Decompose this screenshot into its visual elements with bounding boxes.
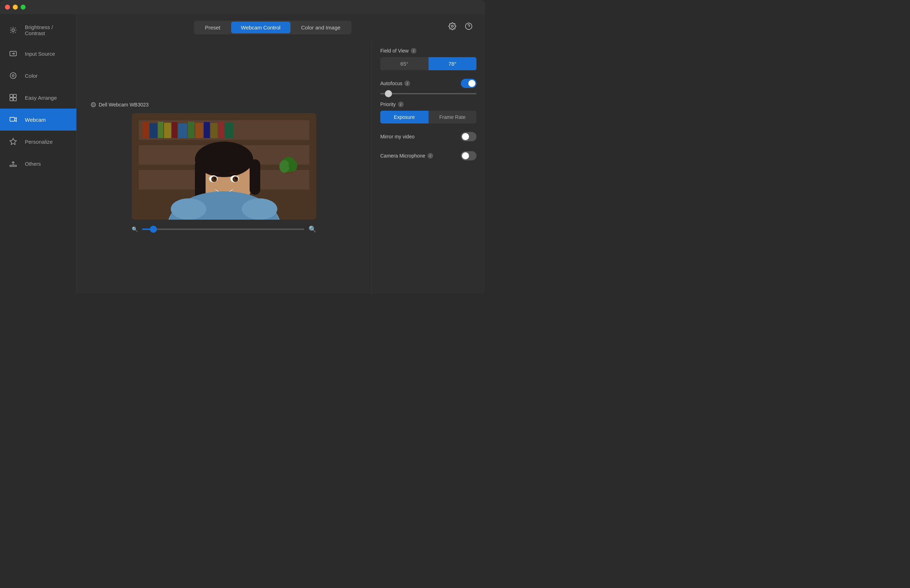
camera-panel: Dell Webcam WB3023	[77, 41, 371, 294]
sun-icon	[8, 26, 18, 35]
svg-rect-19	[10, 165, 16, 167]
svg-point-56	[214, 178, 216, 179]
sidebar-label-webcam: Webcam	[25, 117, 46, 123]
input-icon	[8, 49, 18, 58]
sidebar-item-personalize[interactable]: Personalize	[0, 131, 76, 153]
svg-rect-16	[10, 118, 15, 121]
svg-point-44	[289, 160, 297, 171]
zoom-slider[interactable]	[142, 229, 304, 230]
mirror-toggle-thumb	[462, 133, 469, 140]
svg-rect-39	[219, 122, 224, 138]
top-right-icons	[447, 21, 474, 32]
fov-78-button[interactable]: 78°	[429, 57, 477, 70]
zoom-out-icon: 🔍	[132, 226, 138, 232]
sidebar-label-easy-arrange: Easy Arrange	[25, 95, 57, 101]
svg-point-59	[171, 199, 206, 220]
svg-rect-40	[225, 123, 233, 138]
svg-rect-50	[249, 159, 260, 195]
tab-group: Preset Webcam Control Color and Image	[194, 21, 351, 34]
sidebar: Brightness / Contrast Input Source	[0, 14, 77, 294]
svg-rect-32	[164, 123, 171, 138]
fov-info-icon[interactable]: i	[411, 48, 416, 53]
settings-button[interactable]	[447, 21, 458, 32]
mirror-video-row: Mirror my video	[380, 131, 476, 143]
webcam-icon	[8, 115, 18, 124]
svg-point-51	[195, 149, 253, 170]
camera-mic-toggle[interactable]	[461, 151, 476, 160]
autofocus-slider[interactable]	[380, 93, 476, 94]
svg-rect-38	[210, 123, 218, 138]
sidebar-label-input-source: Input Source	[25, 51, 55, 57]
svg-rect-36	[195, 123, 203, 138]
main-content: Preset Webcam Control Color and Image	[77, 14, 485, 294]
svg-rect-13	[13, 94, 16, 97]
settings-panel: Field of View i 65° 78°	[371, 41, 485, 294]
svg-point-60	[242, 199, 277, 220]
autofocus-toggle-thumb	[468, 80, 475, 87]
camera-mic-toggle-thumb	[462, 152, 469, 159]
settings-icon	[449, 23, 456, 30]
sidebar-item-color[interactable]: Color	[0, 65, 76, 87]
svg-rect-34	[178, 123, 187, 138]
mirror-video-toggle[interactable]	[461, 132, 476, 141]
autofocus-toggle[interactable]	[461, 79, 476, 88]
priority-label: Priority i	[380, 102, 404, 107]
tab-color-image[interactable]: Color and Image	[291, 22, 350, 33]
svg-line-5	[11, 27, 11, 28]
frame-rate-priority-button[interactable]: Frame Rate	[429, 111, 477, 123]
minimize-button[interactable]	[13, 5, 18, 10]
svg-point-21	[451, 25, 453, 27]
svg-marker-17	[15, 118, 17, 122]
autofocus-label: Autofocus i	[380, 81, 410, 86]
svg-point-57	[235, 178, 237, 179]
fov-buttons: 65° 78°	[380, 57, 476, 70]
priority-info-icon[interactable]: i	[398, 102, 404, 107]
svg-rect-30	[149, 123, 157, 138]
camera-status-dot	[91, 102, 96, 107]
top-bar: Preset Webcam Control Color and Image	[77, 14, 485, 41]
star-icon	[8, 137, 18, 146]
camera-microphone-label: Camera Microphone i	[380, 153, 433, 158]
fov-65-button[interactable]: 65°	[380, 57, 429, 70]
svg-rect-14	[10, 98, 13, 101]
sidebar-item-easy-arrange[interactable]: Easy Arrange	[0, 87, 76, 108]
svg-marker-18	[10, 138, 16, 144]
fov-label: Field of View i	[380, 48, 416, 53]
sidebar-label-others: Others	[25, 161, 41, 167]
sidebar-item-webcam[interactable]: Webcam	[0, 108, 76, 131]
grid-icon	[8, 93, 18, 102]
svg-rect-37	[204, 122, 210, 138]
color-wheel-icon	[8, 71, 18, 80]
camera-mic-info-icon[interactable]: i	[427, 153, 433, 158]
fov-label-row: Field of View i	[380, 48, 476, 53]
svg-line-8	[15, 27, 16, 28]
svg-point-11	[12, 74, 14, 77]
sidebar-item-others[interactable]: Others	[0, 153, 76, 174]
svg-rect-33	[172, 122, 178, 138]
svg-line-7	[11, 32, 11, 33]
help-icon	[465, 23, 473, 30]
svg-point-22	[465, 23, 472, 29]
autofocus-section: Autofocus i	[380, 78, 476, 94]
camera-preview	[132, 113, 316, 220]
tab-webcam-control[interactable]: Webcam Control	[231, 22, 290, 33]
maximize-button[interactable]	[21, 5, 26, 10]
help-button[interactable]	[463, 21, 474, 32]
camera-microphone-row: Camera Microphone i	[380, 150, 476, 162]
svg-line-6	[15, 32, 16, 33]
camera-label-row: Dell Webcam WB3023	[91, 102, 149, 108]
sidebar-item-brightness-contrast[interactable]: Brightness / Contrast	[0, 18, 76, 43]
traffic-lights	[5, 5, 26, 10]
sidebar-item-input-source[interactable]: Input Source	[0, 43, 76, 65]
autofocus-row: Autofocus i	[380, 78, 476, 89]
svg-point-0	[12, 29, 14, 31]
autofocus-info-icon[interactable]: i	[405, 81, 410, 86]
svg-rect-31	[158, 122, 164, 138]
svg-rect-15	[13, 98, 16, 101]
svg-rect-12	[10, 94, 13, 97]
svg-point-43	[279, 160, 289, 173]
tab-preset[interactable]: Preset	[195, 22, 230, 33]
exposure-priority-button[interactable]: Exposure	[380, 111, 429, 123]
close-button[interactable]	[5, 5, 10, 10]
app-window: Brightness / Contrast Input Source	[0, 0, 485, 294]
